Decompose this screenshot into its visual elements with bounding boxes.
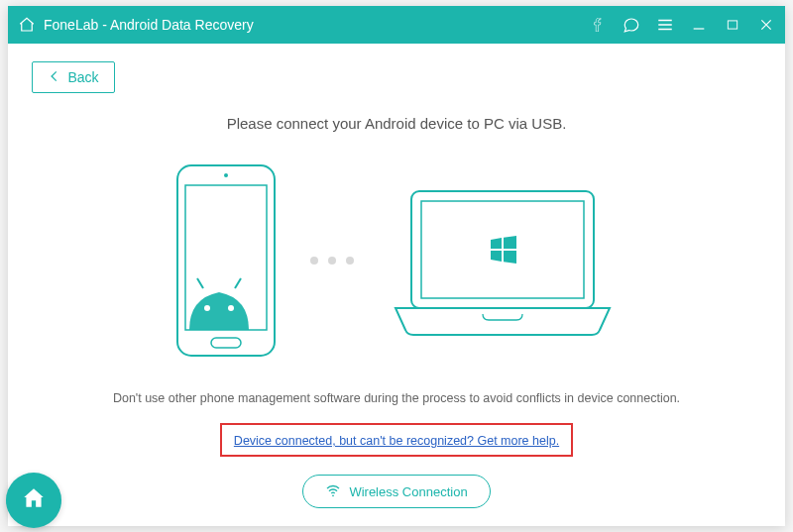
- svg-rect-0: [728, 21, 736, 29]
- titlebar-right: [589, 16, 775, 34]
- warning-text: Don't use other phone management softwar…: [113, 391, 680, 405]
- back-button[interactable]: Back: [32, 61, 115, 93]
- svg-marker-12: [504, 236, 516, 249]
- laptop-icon: [384, 181, 622, 340]
- svg-line-7: [197, 278, 203, 288]
- svg-point-15: [333, 494, 335, 496]
- facebook-icon[interactable]: [589, 16, 607, 34]
- phone-icon: [171, 161, 281, 360]
- home-logo-icon: [18, 16, 36, 34]
- menu-icon[interactable]: [656, 16, 674, 34]
- titlebar: FoneLab - Android Data Recovery: [8, 6, 785, 44]
- app-window: FoneLab - Android Data Recovery: [8, 6, 785, 526]
- back-label: Back: [67, 69, 98, 85]
- maximize-icon[interactable]: [724, 16, 741, 34]
- back-arrow-icon: [48, 69, 61, 86]
- svg-marker-13: [491, 251, 502, 262]
- svg-rect-4: [211, 338, 241, 348]
- home-button[interactable]: [6, 473, 61, 528]
- svg-point-6: [228, 305, 234, 311]
- wireless-connection-button[interactable]: Wireless Connection: [302, 475, 490, 508]
- help-link-highlight: Device connected, but can't be recognize…: [220, 423, 573, 457]
- help-link[interactable]: Device connected, but can't be recognize…: [234, 434, 559, 448]
- svg-point-3: [224, 173, 228, 177]
- svg-rect-10: [421, 201, 584, 298]
- minimize-icon[interactable]: [690, 16, 708, 34]
- main-area: Please connect your Android device to PC…: [32, 93, 761, 508]
- connection-dots-icon: [310, 257, 354, 265]
- wifi-icon: [325, 482, 341, 501]
- svg-point-5: [204, 305, 210, 311]
- app-title: FoneLab - Android Data Recovery: [44, 17, 254, 33]
- svg-line-8: [235, 278, 241, 288]
- feedback-icon[interactable]: [623, 16, 640, 34]
- wireless-label: Wireless Connection: [349, 484, 467, 499]
- svg-rect-9: [411, 191, 594, 308]
- instruction-text: Please connect your Android device to PC…: [227, 115, 567, 132]
- content-area: Back Please connect your Android device …: [8, 44, 785, 526]
- close-icon[interactable]: [757, 16, 775, 34]
- titlebar-left: FoneLab - Android Data Recovery: [18, 16, 589, 34]
- svg-marker-14: [504, 251, 516, 264]
- connection-graphic: [171, 161, 622, 360]
- svg-marker-11: [491, 238, 502, 249]
- home-icon: [21, 485, 47, 515]
